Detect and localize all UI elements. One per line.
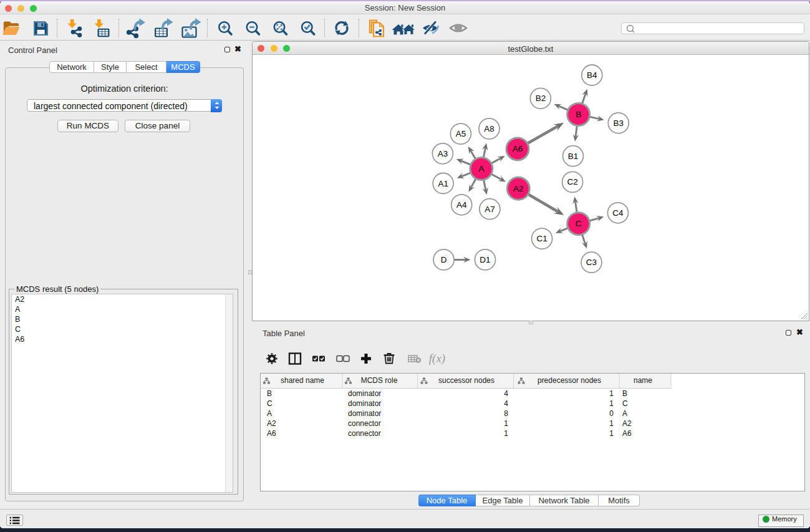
svg-text:A: A: [478, 164, 484, 173]
svg-text:D1: D1: [480, 254, 490, 264]
svg-text:B3: B3: [614, 118, 624, 127]
svg-text:1: 1: [609, 429, 614, 438]
svg-text:B4: B4: [587, 70, 597, 80]
svg-text:A5: A5: [456, 129, 466, 138]
svg-text:0: 0: [609, 409, 614, 418]
svg-text:1: 1: [609, 419, 614, 428]
svg-text:A1: A1: [438, 178, 448, 188]
svg-text:shared name: shared name: [281, 376, 324, 385]
svg-text:4: 4: [504, 389, 508, 398]
svg-text:C: C: [576, 219, 582, 228]
svg-text:f(x): f(x): [429, 352, 445, 365]
svg-text:8: 8: [504, 409, 508, 418]
svg-text:A3: A3: [438, 148, 448, 158]
svg-text:A2: A2: [622, 419, 632, 428]
svg-text:D: D: [441, 254, 447, 264]
svg-text:4: 4: [504, 399, 508, 408]
svg-text:MCDS role: MCDS role: [361, 376, 398, 385]
svg-text:C3: C3: [586, 258, 597, 267]
svg-text:A: A: [267, 409, 272, 418]
svg-text:A7: A7: [485, 204, 495, 213]
svg-text:A6: A6: [622, 429, 632, 438]
svg-text:1: 1: [609, 389, 614, 398]
svg-text:A8: A8: [484, 123, 494, 133]
svg-text:dominator: dominator: [348, 399, 381, 408]
svg-text:1: 1: [504, 419, 508, 428]
svg-text:C2: C2: [567, 177, 577, 186]
svg-text:B: B: [576, 109, 581, 118]
svg-text:dominator: dominator: [348, 409, 381, 418]
svg-text:B2: B2: [536, 94, 546, 103]
svg-text:C4: C4: [612, 208, 624, 217]
svg-text:A4: A4: [456, 200, 467, 209]
svg-text:1: 1: [504, 429, 508, 438]
svg-text:B: B: [267, 389, 272, 398]
svg-text:B1: B1: [568, 151, 579, 160]
svg-text:C1: C1: [536, 234, 547, 243]
svg-text:A2: A2: [267, 419, 276, 428]
svg-text:connector: connector: [348, 419, 381, 428]
svg-text:A2: A2: [513, 183, 524, 193]
svg-text:A6: A6: [267, 429, 276, 438]
svg-text:predecessor nodes: predecessor nodes: [538, 376, 601, 385]
svg-text:dominator: dominator: [348, 389, 381, 398]
svg-text:C: C: [267, 399, 272, 408]
svg-text:A: A: [622, 409, 627, 418]
svg-text:A6: A6: [513, 144, 523, 153]
svg-text:1: 1: [609, 399, 614, 408]
svg-text:name: name: [634, 376, 652, 385]
svg-text:B: B: [622, 389, 627, 398]
svg-text:connector: connector: [348, 429, 381, 438]
svg-text:successor nodes: successor nodes: [438, 376, 494, 385]
svg-text:C: C: [622, 399, 628, 408]
